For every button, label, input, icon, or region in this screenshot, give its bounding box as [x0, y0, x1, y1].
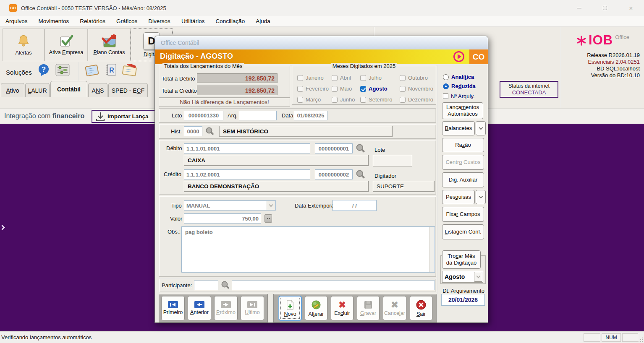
month-dezembro[interactable]: Dezembro: [400, 96, 433, 103]
ativa-empresa-button[interactable]: Ativa Empresa: [45, 29, 88, 61]
maximize-button[interactable]: [592, 0, 618, 16]
lancamentos-automaticos-button[interactable]: LançamentosAutomáticos: [442, 102, 483, 119]
previous-record-icon: [194, 301, 204, 308]
anterior-button[interactable]: Anterior: [188, 296, 211, 320]
hist-search-button[interactable]: [205, 127, 215, 138]
bd-version-line: Versão do BD:10.10: [563, 72, 640, 79]
month-select[interactable]: Agosto: [442, 271, 483, 283]
editar-lancamentos-button[interactable]: [122, 64, 138, 79]
month-junho[interactable]: Junho: [332, 96, 355, 103]
data-extemporaneo-field[interactable]: / /: [332, 200, 377, 211]
obs-textarea[interactable]: pag boleto: [181, 226, 435, 273]
tab-lalur[interactable]: LALUR: [25, 83, 50, 97]
month-outubro[interactable]: Outubro: [400, 75, 428, 81]
excluir-button[interactable]: ✖ Excluir: [331, 296, 353, 320]
menu-diversos[interactable]: Diversos: [143, 18, 176, 24]
participante-code-field[interactable]: [194, 281, 218, 290]
tab-sped-ecf[interactable]: SPED - ECF: [108, 83, 148, 97]
month-janeiro[interactable]: Janeiro: [297, 75, 324, 81]
radio-reduzida[interactable]: Reduzida: [443, 83, 476, 89]
play-button[interactable]: [453, 51, 464, 62]
month-agosto[interactable]: Agosto: [360, 86, 387, 92]
solucoes-label[interactable]: Soluções: [6, 69, 32, 76]
dt-arquivamento-field[interactable]: 20/01/2026: [441, 294, 485, 306]
month-julho[interactable]: Julho: [360, 75, 382, 81]
razao-button[interactable]: Razão: [442, 138, 484, 152]
hist-code-field[interactable]: 0000: [184, 126, 202, 136]
menu-movimentos[interactable]: Movimentos: [33, 18, 75, 24]
month-maio[interactable]: Maio: [332, 86, 352, 92]
valor-calc-button[interactable]: [264, 214, 272, 223]
debito-code-field[interactable]: 0000000001: [315, 143, 353, 153]
plano-contas-button[interactable]: Plano Contas: [88, 29, 131, 61]
digitador-display: SUPORTE: [373, 181, 434, 192]
valor-field[interactable]: 750,00: [184, 213, 261, 223]
month-fevereiro[interactable]: Fevereiro: [297, 86, 329, 92]
months-group: Meses Digitados em 2025 Janeiro Abril Ju…: [292, 66, 436, 105]
panel-expand-chevron[interactable]: [0, 225, 5, 230]
menu-relatorios[interactable]: Relatórios: [74, 18, 111, 24]
dig-auxiliar-button[interactable]: Dig. Auxiliar: [442, 172, 484, 187]
checkbox: [297, 97, 303, 103]
listagem-conf-button[interactable]: Listagem Conf.: [442, 224, 484, 239]
checkbox-n-arquiv[interactable]: Nº Arquiv.: [443, 93, 475, 99]
pesquisas-dropdown-button[interactable]: [476, 190, 486, 204]
resize-grip[interactable]: [639, 338, 643, 342]
debito-search-button[interactable]: [356, 143, 366, 155]
tab-contabil[interactable]: Contábil: [50, 81, 87, 97]
sidebar-separator: [437, 65, 438, 321]
menu-ajuda[interactable]: Ajuda: [250, 18, 276, 24]
totals-group: Totais dos Lançamentos do Mês Total a Dé…: [159, 66, 290, 98]
participante-desc-field[interactable]: [232, 281, 435, 290]
month-marco[interactable]: Março: [297, 96, 321, 103]
trocar-mes-button[interactable]: Trocar Mêsda Digitação: [442, 250, 481, 269]
lote-field[interactable]: [373, 155, 412, 166]
obs-scrollbar[interactable]: [429, 227, 434, 272]
alterar-button[interactable]: Alterar: [305, 296, 327, 320]
menu-graficos[interactable]: Gráficos: [111, 18, 143, 24]
agenda-button[interactable]: [84, 64, 100, 79]
edit-record-icon: [311, 300, 321, 310]
credito-account-field[interactable]: 1.1.1.02.0001: [184, 169, 310, 179]
credito-code-field[interactable]: 0000000002: [315, 169, 353, 179]
credito-search-button[interactable]: [356, 169, 366, 181]
month-setembro[interactable]: Setembro: [360, 96, 392, 103]
minimize-button[interactable]: [566, 0, 592, 16]
tab-ans[interactable]: ANS: [88, 83, 107, 97]
importar-lancamentos-button[interactable]: Importar Lança: [92, 110, 158, 123]
balancetes-dropdown-button[interactable]: [476, 121, 486, 135]
primeiro-button[interactable]: Primeiro: [161, 296, 185, 320]
pencil-pad-icon: [122, 64, 138, 77]
integration-label: Integração com financeiro: [4, 112, 84, 120]
menu-conciliacao[interactable]: Conciliação: [210, 18, 250, 24]
menu-arquivos[interactable]: Arquivos: [0, 18, 33, 24]
data-field[interactable]: 01/08/2025: [294, 111, 327, 120]
pesquisas-button[interactable]: Pesquisas: [442, 190, 475, 204]
help-button[interactable]: ?: [37, 64, 50, 78]
month-novembro[interactable]: Novembro: [400, 86, 433, 92]
dialog-title-bar: Office Contábil: [155, 36, 488, 49]
participante-search-button[interactable]: [221, 281, 230, 291]
alertas-button[interactable]: Alertas: [3, 29, 45, 61]
radio-analitica[interactable]: Analítica: [443, 74, 474, 80]
razonete-button[interactable]: R: [104, 63, 117, 78]
first-record-icon: [168, 301, 178, 308]
checkbox: [360, 86, 366, 92]
settings-sliders-button[interactable]: [55, 64, 70, 78]
play-icon: [458, 54, 461, 59]
close-button[interactable]: ×: [618, 0, 644, 16]
menu-utilitarios[interactable]: Utilitários: [176, 18, 210, 24]
credito-name-display: BANCO DEMONSTRAÇÃO: [184, 181, 368, 192]
balancetes-button[interactable]: Balancetes: [442, 121, 475, 135]
lcto-field[interactable]: 0000001330: [184, 111, 223, 120]
debito-account-field[interactable]: 1.1.1.01.0001: [184, 143, 310, 153]
tipo-select[interactable]: MANUAL: [184, 200, 276, 210]
novo-button[interactable]: Novo: [279, 296, 301, 320]
month-abril[interactable]: Abril: [332, 75, 351, 81]
iob-brand-suffix: Office: [615, 34, 629, 40]
centro-custos-button: Centro Custos: [442, 155, 484, 170]
sair-button[interactable]: Sair: [410, 296, 432, 320]
tab-ativo[interactable]: Ativo: [1, 83, 24, 97]
fixar-campos-button[interactable]: Fixar Campos: [442, 207, 484, 222]
arq-field[interactable]: [239, 111, 277, 120]
